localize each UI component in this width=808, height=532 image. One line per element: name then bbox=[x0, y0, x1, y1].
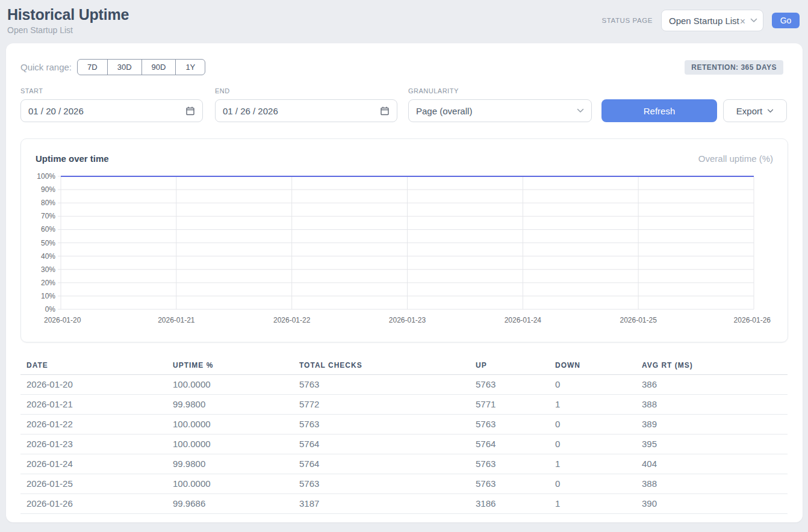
chevron-down-icon bbox=[750, 18, 757, 23]
col-total-checks: TOTAL CHECKS bbox=[293, 359, 470, 375]
svg-text:2026-01-25: 2026-01-25 bbox=[620, 316, 657, 324]
svg-text:40%: 40% bbox=[41, 252, 55, 261]
table-cell: 5772 bbox=[293, 395, 470, 415]
table-cell: 5763 bbox=[293, 415, 470, 435]
table-row: 2026-01-25100.0000576357630388 bbox=[20, 474, 788, 494]
granularity-select[interactable]: Page (overall) bbox=[408, 99, 592, 122]
table-cell: 2026-01-21 bbox=[20, 395, 167, 415]
table-cell: 5763 bbox=[470, 474, 549, 494]
svg-text:70%: 70% bbox=[41, 212, 55, 220]
granularity-value: Page (overall) bbox=[416, 106, 472, 116]
quick-range-30d[interactable]: 30D bbox=[107, 59, 142, 75]
table-body: 2026-01-20100.00005763576303862026-01-21… bbox=[20, 375, 788, 514]
calendar-icon[interactable] bbox=[380, 106, 390, 116]
table-cell: 5771 bbox=[470, 395, 549, 415]
table-cell: 395 bbox=[636, 435, 788, 454]
svg-text:2026-01-22: 2026-01-22 bbox=[273, 316, 311, 324]
page-subtitle: Open Startup List bbox=[7, 25, 129, 35]
table-cell: 5764 bbox=[293, 435, 470, 454]
end-date-input[interactable]: 01 / 26 / 2026 bbox=[215, 99, 397, 122]
quick-range-7d[interactable]: 7D bbox=[77, 59, 108, 75]
table-cell: 1 bbox=[549, 454, 636, 474]
chevron-down-icon bbox=[577, 108, 584, 113]
quick-range-group: 7D 30D 90D 1Y bbox=[77, 59, 205, 75]
table-row: 2026-01-2499.9800576457631404 bbox=[20, 454, 788, 474]
table-cell: 3186 bbox=[470, 494, 549, 514]
start-date-value: 01 / 20 / 2026 bbox=[28, 106, 84, 116]
table-cell: 404 bbox=[636, 454, 788, 474]
table-cell: 1 bbox=[549, 395, 636, 415]
svg-text:2026-01-26: 2026-01-26 bbox=[734, 316, 771, 324]
title-block: Historical Uptime Open Startup List bbox=[7, 6, 129, 37]
table-cell: 5763 bbox=[293, 474, 470, 494]
quick-range-1y[interactable]: 1Y bbox=[175, 59, 205, 75]
uptime-table: DATE UPTIME % TOTAL CHECKS UP DOWN AVG R… bbox=[20, 359, 788, 514]
chevron-down-icon bbox=[767, 109, 774, 113]
filter-row: START 01 / 20 / 2026 END 01 / 26 / 2026 … bbox=[20, 87, 788, 122]
status-page-select[interactable]: Open Startup List × bbox=[661, 10, 763, 31]
export-button[interactable]: Export bbox=[723, 99, 787, 122]
table-cell: 389 bbox=[636, 415, 788, 435]
page-title: Historical Uptime bbox=[7, 6, 129, 23]
table-cell: 0 bbox=[549, 375, 636, 395]
table-cell: 2026-01-26 bbox=[20, 494, 167, 514]
col-up: UP bbox=[470, 359, 549, 375]
table-cell: 5763 bbox=[293, 375, 470, 395]
go-button[interactable]: Go bbox=[772, 13, 800, 28]
table-row: 2026-01-23100.0000576457640395 bbox=[20, 435, 788, 454]
status-page-value: Open Startup List bbox=[669, 16, 739, 26]
table-cell: 2026-01-23 bbox=[20, 435, 167, 454]
quick-range-row: Quick range: 7D 30D 90D 1Y RETENTION: 36… bbox=[20, 59, 788, 75]
table-cell: 2026-01-20 bbox=[20, 375, 167, 395]
table-cell: 100.0000 bbox=[167, 435, 293, 454]
table-cell: 5763 bbox=[470, 375, 549, 395]
end-date-field: END 01 / 26 / 2026 bbox=[215, 87, 397, 122]
main-panel: Quick range: 7D 30D 90D 1Y RETENTION: 36… bbox=[6, 43, 803, 522]
start-date-label: START bbox=[20, 87, 203, 94]
retention-badge: RETENTION: 365 DAYS bbox=[685, 60, 783, 75]
status-page-label: STATUS PAGE bbox=[601, 17, 653, 24]
svg-text:50%: 50% bbox=[41, 239, 55, 247]
table-cell: 100.0000 bbox=[167, 375, 293, 395]
chart-card: Uptime over time Overall uptime (%) 0%10… bbox=[20, 138, 788, 342]
table-cell: 5763 bbox=[470, 415, 549, 435]
uptime-chart: 0%10%20%30%40%50%60%70%80%90%100%2026-01… bbox=[36, 170, 772, 327]
svg-text:100%: 100% bbox=[37, 172, 55, 181]
table-cell: 390 bbox=[636, 494, 788, 514]
calendar-icon[interactable] bbox=[185, 106, 195, 116]
start-date-field: START 01 / 20 / 2026 bbox=[20, 87, 203, 122]
table-cell: 99.9686 bbox=[167, 494, 293, 514]
table-cell: 5764 bbox=[293, 454, 470, 474]
table-cell: 5763 bbox=[470, 454, 549, 474]
table-cell: 3187 bbox=[293, 494, 470, 514]
svg-text:60%: 60% bbox=[41, 225, 55, 234]
granularity-label: GRANULARITY bbox=[408, 87, 592, 94]
svg-text:2026-01-20: 2026-01-20 bbox=[44, 316, 81, 324]
chart-legend: Overall uptime (%) bbox=[698, 153, 773, 164]
quick-range-90d[interactable]: 90D bbox=[141, 59, 176, 75]
table-cell: 1 bbox=[549, 494, 636, 514]
svg-text:2026-01-21: 2026-01-21 bbox=[158, 316, 195, 324]
svg-text:0%: 0% bbox=[45, 305, 56, 314]
clear-icon[interactable]: × bbox=[740, 17, 745, 26]
topbar: Historical Uptime Open Startup List STAT… bbox=[0, 0, 808, 37]
table-cell: 386 bbox=[636, 375, 788, 395]
table-cell: 5764 bbox=[470, 435, 549, 454]
table-cell: 99.9800 bbox=[167, 395, 293, 415]
col-date: DATE bbox=[20, 359, 167, 375]
table-cell: 388 bbox=[636, 474, 788, 494]
table-header-row: DATE UPTIME % TOTAL CHECKS UP DOWN AVG R… bbox=[20, 359, 788, 375]
col-avg-rt: AVG RT (MS) bbox=[636, 359, 788, 375]
start-date-input[interactable]: 01 / 20 / 2026 bbox=[20, 99, 203, 122]
svg-text:2026-01-23: 2026-01-23 bbox=[389, 316, 426, 324]
svg-text:10%: 10% bbox=[41, 292, 55, 300]
svg-text:20%: 20% bbox=[41, 279, 55, 287]
svg-text:2026-01-24: 2026-01-24 bbox=[505, 316, 542, 324]
svg-text:90%: 90% bbox=[41, 185, 55, 194]
svg-text:80%: 80% bbox=[41, 199, 55, 207]
refresh-button[interactable]: Refresh bbox=[601, 99, 717, 122]
table-row: 2026-01-20100.0000576357630386 bbox=[20, 375, 788, 395]
granularity-field: GRANULARITY Page (overall) bbox=[408, 87, 592, 122]
end-date-label: END bbox=[215, 87, 397, 94]
table-row: 2026-01-2699.9686318731861390 bbox=[20, 494, 788, 514]
